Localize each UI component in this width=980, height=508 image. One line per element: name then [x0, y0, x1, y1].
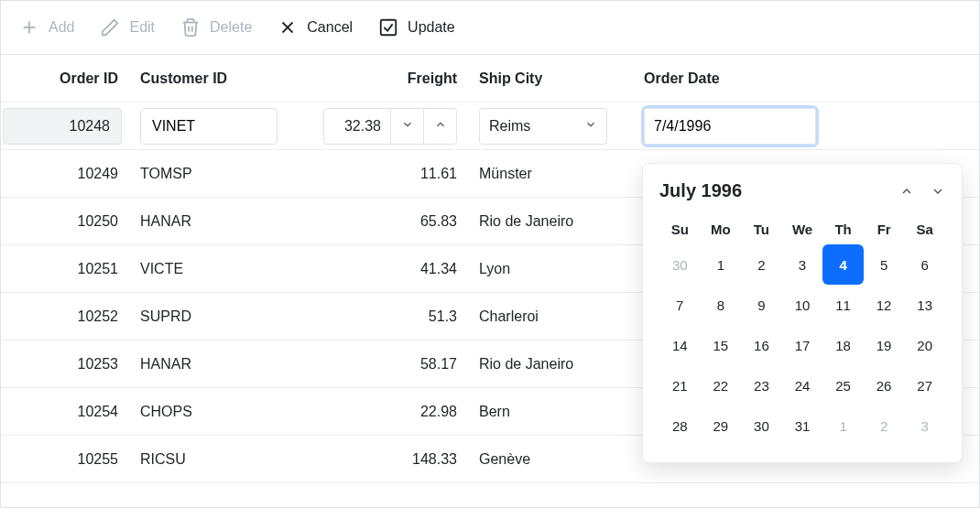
calendar-day[interactable]: 6 [904, 244, 945, 285]
calendar-weekday: Su [659, 214, 701, 244]
calendar-day[interactable]: 26 [864, 365, 905, 405]
calendar-day[interactable]: 3 [904, 405, 945, 446]
cell-orderid: 10255 [1, 451, 129, 468]
cell-freight: 65.83 [285, 213, 468, 230]
grid-container: Add Edit Delete Cancel Update [0, 0, 980, 508]
cell-shipcity: Rio de Janeiro [468, 356, 633, 373]
calendar-day[interactable]: 19 [864, 325, 905, 365]
calendar-weekday: Mo [701, 214, 742, 244]
calendar-day[interactable]: 8 [701, 285, 742, 325]
calendar-day[interactable]: 21 [659, 365, 701, 405]
chevron-down-icon [584, 118, 597, 135]
toolbar: Add Edit Delete Cancel Update [1, 0, 979, 55]
cell-orderid: 10249 [1, 166, 129, 182]
cell-customer: SUPRD [129, 308, 285, 325]
calendar-day[interactable]: 2 [741, 244, 782, 285]
cell-shipcity: Lyon [468, 261, 633, 277]
cancel-button[interactable]: Cancel [278, 17, 353, 38]
col-freight[interactable]: Freight [285, 70, 468, 87]
calendar-popup: July 1996 SuMoTuWeThFrSa 301234567891011… [642, 163, 963, 463]
calendar-day[interactable]: 12 [864, 285, 905, 325]
add-label: Add [49, 19, 74, 36]
calendar-day[interactable]: 31 [782, 405, 823, 446]
edit-row: 10248 32.38 Reims [1, 103, 979, 150]
cell-customer: HANAR [129, 213, 285, 230]
calendar-weekday: Sa [904, 214, 945, 244]
cell-shipcity: Rio de Janeiro [468, 213, 633, 230]
calendar-day[interactable]: 27 [904, 365, 945, 405]
chevron-down-icon [401, 118, 414, 135]
col-customer[interactable]: Customer ID [129, 70, 285, 87]
cell-customer: TOMSP [129, 166, 285, 182]
edit-label: Edit [129, 19, 155, 36]
calendar-day[interactable]: 30 [659, 244, 701, 285]
calendar-next[interactable] [931, 184, 945, 199]
calendar-day[interactable]: 7 [659, 285, 701, 325]
calendar-day[interactable]: 1 [822, 405, 864, 446]
calendar-day[interactable]: 29 [701, 405, 742, 446]
trash-icon [180, 17, 201, 38]
edit-button[interactable]: Edit [100, 17, 155, 38]
calendar-weekday: Tu [741, 214, 782, 244]
calendar-day[interactable]: 15 [701, 325, 742, 365]
freight-increment[interactable] [423, 109, 456, 144]
freight-value: 32.38 [324, 118, 390, 135]
calendar-day[interactable]: 20 [904, 325, 945, 365]
calendar-prev[interactable] [899, 184, 914, 199]
customerid-input[interactable] [140, 108, 278, 145]
calendar-day[interactable]: 1 [701, 244, 742, 285]
calendar-day[interactable]: 16 [741, 325, 782, 365]
orderdate-picker[interactable] [644, 108, 816, 145]
update-button[interactable]: Update [378, 17, 455, 38]
calendar-day[interactable]: 11 [822, 285, 864, 325]
cell-customer: VICTE [129, 261, 285, 277]
delete-button[interactable]: Delete [180, 17, 252, 38]
add-button[interactable]: Add [19, 17, 74, 38]
calendar-day[interactable]: 2 [864, 405, 905, 446]
delete-label: Delete [210, 19, 252, 36]
calendar-day[interactable]: 14 [659, 325, 701, 365]
calendar-day[interactable]: 5 [864, 244, 905, 285]
calendar-day[interactable]: 23 [741, 365, 782, 405]
col-orderid[interactable]: Order ID [1, 70, 129, 87]
cancel-label: Cancel [307, 19, 353, 36]
calendar-day[interactable]: 30 [741, 405, 782, 446]
shipcity-dropdown[interactable]: Reims [479, 108, 607, 145]
col-orderdate[interactable]: Order Date [633, 70, 816, 87]
cell-freight: 11.61 [285, 166, 468, 182]
calendar-day[interactable]: 17 [782, 325, 823, 365]
calendar-day[interactable]: 18 [822, 325, 864, 365]
cell-customer: RICSU [129, 451, 285, 468]
calendar-day[interactable]: 3 [782, 244, 823, 285]
calendar-day[interactable]: 24 [782, 365, 823, 405]
calendar-day[interactable]: 25 [822, 365, 864, 405]
calendar-day[interactable]: 10 [782, 285, 823, 325]
cell-orderid: 10254 [1, 404, 129, 420]
cell-freight: 22.98 [285, 404, 468, 420]
calendar-weekday: We [782, 214, 823, 244]
cell-orderid: 10253 [1, 356, 129, 373]
cell-orderid: 10252 [1, 308, 129, 325]
calendar-day[interactable]: 13 [904, 285, 945, 325]
calendar-day[interactable]: 9 [741, 285, 782, 325]
cell-shipcity: Münster [468, 166, 633, 182]
cell-orderid: 10250 [1, 213, 129, 230]
orderdate-input[interactable] [645, 109, 816, 144]
calendar-day[interactable]: 4 [822, 244, 864, 285]
cell-freight: 41.34 [285, 261, 468, 277]
calendar-day[interactable]: 28 [659, 405, 701, 446]
calendar-day[interactable]: 22 [701, 365, 742, 405]
cell-customer: CHOPS [129, 404, 285, 420]
chevron-up-icon [434, 118, 447, 135]
calendar-title[interactable]: July 1996 [659, 180, 742, 201]
orderid-readonly: 10248 [3, 108, 122, 145]
cell-freight: 51.3 [285, 308, 468, 325]
chevron-up-icon [899, 184, 914, 199]
cell-freight: 58.17 [285, 356, 468, 373]
freight-decrement[interactable] [390, 109, 423, 144]
shipcity-value: Reims [489, 118, 530, 135]
cell-shipcity: Charleroi [468, 308, 633, 325]
col-shipcity[interactable]: Ship City [468, 70, 633, 87]
plus-icon [19, 17, 39, 38]
freight-stepper[interactable]: 32.38 [323, 108, 457, 145]
